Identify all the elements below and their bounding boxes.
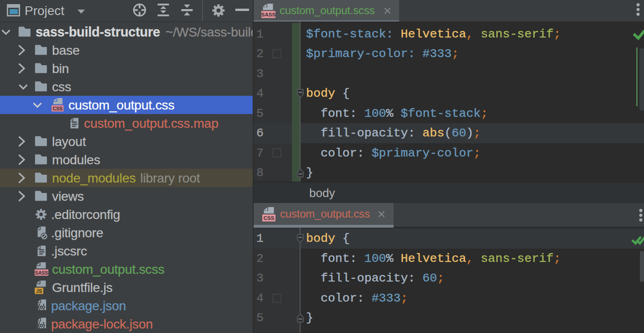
svg-text:SASS: SASS [35,270,48,276]
svg-text:CSS: CSS [52,106,62,111]
svg-text:CSS: CSS [264,215,275,221]
svg-text:JS: JS [36,288,42,294]
svg-text:SASS: SASS [261,12,276,17]
